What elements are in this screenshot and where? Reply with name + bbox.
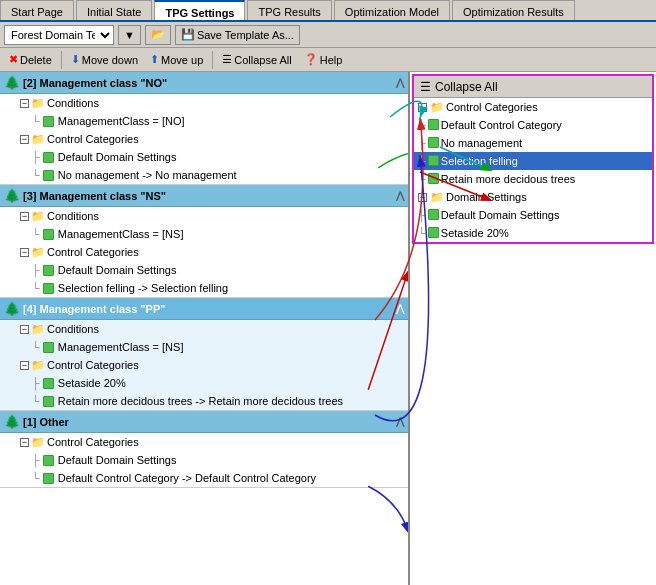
help-icon: ❓	[304, 53, 318, 66]
folder-open-btn[interactable]: 📂	[145, 25, 171, 45]
list-icon: ☰	[420, 80, 431, 94]
condition-pp-value[interactable]: └ ManagementClass = [NS]	[0, 338, 408, 356]
default-domain-other[interactable]: ├ Default Domain Settings	[0, 451, 408, 469]
folder-icon-cc: 📁	[430, 101, 446, 114]
default-domain-ns[interactable]: ├ Default Domain Settings	[0, 261, 408, 279]
tab-bar: Start Page Initial State TPG Settings TP…	[0, 0, 656, 22]
move-up-btn[interactable]: ⬆ Move up	[145, 50, 208, 70]
right-panel-border: ☰ Collapse All 📁 Control Categories ├ De…	[412, 74, 654, 244]
control-cat-pp[interactable]: 📁 Control Categories	[0, 356, 408, 374]
collapse-other[interactable]: ⋀	[396, 416, 404, 427]
green-sq-other	[42, 453, 56, 467]
app-window: Start Page Initial State TPG Settings TP…	[0, 0, 656, 585]
conditions-ns[interactable]: 📁 Conditions	[0, 207, 408, 225]
expand-control-pp[interactable]	[20, 361, 29, 370]
tab-optimization-model[interactable]: Optimization Model	[334, 0, 450, 20]
default-control-cat-right[interactable]: ├ Default Control Category	[414, 116, 652, 134]
no-management-no[interactable]: └ No management -> No management	[0, 166, 408, 184]
condition-no-value[interactable]: └ ManagementClass = [NO]	[0, 112, 408, 130]
retain-pp[interactable]: └ Retain more decidous trees -> Retain m…	[0, 392, 408, 410]
tree-line-r2: ├	[418, 137, 426, 149]
green-sq-ns2	[42, 263, 56, 277]
default-domain-no[interactable]: ├ Default Domain Settings	[0, 148, 408, 166]
save-icon: 💾	[181, 28, 195, 41]
control-cat-other[interactable]: 📁 Control Categories	[0, 433, 408, 451]
control-cat-header-right[interactable]: 📁 Control Categories	[414, 98, 652, 116]
section-label-other: [1] Other	[23, 416, 69, 428]
left-panel: 🌲 [2] Management class "NO" ⋀ 📁 Conditio…	[0, 72, 410, 585]
tab-tpg-settings[interactable]: TPG Settings	[154, 0, 245, 20]
tab-initial-state[interactable]: Initial State	[76, 0, 152, 20]
collapse-no[interactable]: ⋀	[396, 77, 404, 88]
tree-line-other2: └	[32, 472, 40, 484]
section-no: 🌲 [2] Management class "NO" ⋀ 📁 Conditio…	[0, 72, 408, 185]
tree-line-ns2: ├	[32, 264, 40, 276]
green-sq-r1	[428, 119, 441, 132]
green-sq-icon	[42, 114, 56, 128]
green-sq-icon3	[42, 168, 56, 182]
control-cat-no[interactable]: 📁 Control Categories	[0, 130, 408, 148]
tree-line-r1: ├	[418, 119, 426, 131]
delete-btn[interactable]: ✖ Delete	[4, 50, 57, 70]
expand-conditions-pp[interactable]	[20, 325, 29, 334]
tree-line-pp: └	[32, 341, 40, 353]
pine-icon-ns: 🌲	[4, 188, 20, 203]
control-cat-ns[interactable]: 📁 Control Categories	[0, 243, 408, 261]
setaside-pp[interactable]: ├ Setaside 20%	[0, 374, 408, 392]
move-down-btn[interactable]: ⬇ Move down	[66, 50, 143, 70]
tree-line3: └	[32, 169, 40, 181]
expand-conditions-ns[interactable]	[20, 212, 29, 221]
section-header-no[interactable]: 🌲 [2] Management class "NO" ⋀	[0, 72, 408, 94]
collapse-all-btn[interactable]: ☰ Collapse All	[217, 50, 296, 70]
control-cat-group: 📁 Control Categories ├ Default Control C…	[414, 98, 652, 188]
pine-icon-pp: 🌲	[4, 301, 20, 316]
tab-optimization-results[interactable]: Optimization Results	[452, 0, 575, 20]
template-select[interactable]: Forest Domain Template 1	[4, 25, 114, 45]
expand-cc-right[interactable]	[418, 103, 427, 112]
condition-ns-value[interactable]: └ ManagementClass = [NS]	[0, 225, 408, 243]
section-header-ns[interactable]: 🌲 [3] Management class "NS" ⋀	[0, 185, 408, 207]
pine-icon-no: 🌲	[4, 75, 20, 90]
tree-line-ns3: └	[32, 282, 40, 294]
domain-settings-group: 📁 Domain Settings ├ Default Domain Setti…	[414, 188, 652, 242]
selection-felling-ns[interactable]: └ Selection felling -> Selection felling	[0, 279, 408, 297]
default-domain-right[interactable]: ├ Default Domain Settings	[414, 206, 652, 224]
help-btn[interactable]: ❓ Help	[299, 50, 348, 70]
separator2	[212, 51, 213, 69]
template-dropdown-btn[interactable]: ▼	[118, 25, 141, 45]
selection-felling-right[interactable]: ├ Selection felling	[414, 152, 652, 170]
collapse-all-icon: ☰	[222, 53, 232, 66]
green-sq-pp	[42, 340, 56, 354]
toolbar: Forest Domain Template 1 ▼ 📂 💾 Save Temp…	[0, 22, 656, 48]
conditions-no[interactable]: 📁 Conditions	[0, 94, 408, 112]
tree-line-ds2: └	[418, 227, 426, 239]
expand-control-other[interactable]	[20, 438, 29, 447]
folder-icon-ns: 📁	[31, 209, 45, 223]
collapse-pp[interactable]: ⋀	[396, 303, 404, 314]
collapse-ns[interactable]: ⋀	[396, 190, 404, 201]
default-control-other[interactable]: └ Default Control Category -> Default Co…	[0, 469, 408, 487]
folder-icon-other: 📁	[31, 435, 45, 449]
save-template-btn[interactable]: 💾 Save Template As...	[175, 25, 300, 45]
tab-tpg-results[interactable]: TPG Results	[247, 0, 331, 20]
tab-start-page[interactable]: Start Page	[0, 0, 74, 20]
green-sq-icon2	[42, 150, 56, 164]
expand-control-ns[interactable]	[20, 248, 29, 257]
tree-line2: ├	[32, 151, 40, 163]
green-sq-ds2	[428, 227, 441, 240]
retain-right[interactable]: └ Retain more decidous trees	[414, 170, 652, 188]
setaside-right[interactable]: └ Setaside 20%	[414, 224, 652, 242]
domain-settings-header-right[interactable]: 📁 Domain Settings	[414, 188, 652, 206]
conditions-pp[interactable]: 📁 Conditions	[0, 320, 408, 338]
expand-conditions-no[interactable]	[20, 99, 29, 108]
section-ns: 🌲 [3] Management class "NS" ⋀ 📁 Conditio…	[0, 185, 408, 298]
collapse-all-right[interactable]: Collapse All	[435, 80, 498, 94]
green-sq-ds1	[428, 209, 441, 222]
section-header-other[interactable]: 🌲 [1] Other ⋀	[0, 411, 408, 433]
section-pp: 🌲 [4] Management class "PP" ⋀ 📁 Conditio…	[0, 298, 408, 411]
section-header-pp[interactable]: 🌲 [4] Management class "PP" ⋀	[0, 298, 408, 320]
expand-control-no[interactable]	[20, 135, 29, 144]
section-content-other: 📁 Control Categories ├ Default Domain Se…	[0, 433, 408, 487]
no-management-right[interactable]: ├ No management	[414, 134, 652, 152]
expand-ds-right[interactable]	[418, 193, 427, 202]
